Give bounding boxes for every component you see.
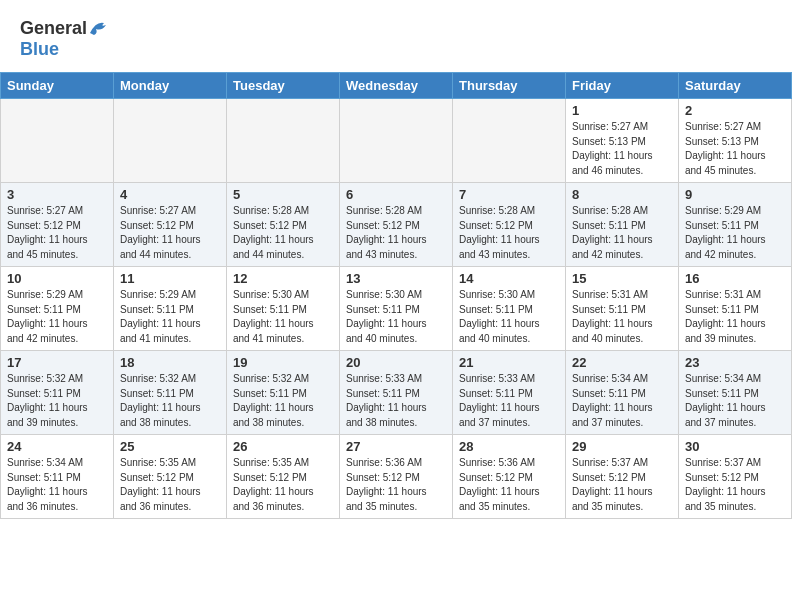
- calendar-cell: 14Sunrise: 5:30 AM Sunset: 5:11 PM Dayli…: [453, 267, 566, 351]
- calendar-cell: 30Sunrise: 5:37 AM Sunset: 5:12 PM Dayli…: [679, 435, 792, 519]
- day-info: Sunrise: 5:30 AM Sunset: 5:11 PM Dayligh…: [346, 288, 446, 346]
- calendar-table: SundayMondayTuesdayWednesdayThursdayFrid…: [0, 72, 792, 519]
- calendar-cell: 28Sunrise: 5:36 AM Sunset: 5:12 PM Dayli…: [453, 435, 566, 519]
- day-info: Sunrise: 5:31 AM Sunset: 5:11 PM Dayligh…: [572, 288, 672, 346]
- calendar-cell: [1, 99, 114, 183]
- calendar-cell: 16Sunrise: 5:31 AM Sunset: 5:11 PM Dayli…: [679, 267, 792, 351]
- day-info: Sunrise: 5:33 AM Sunset: 5:11 PM Dayligh…: [459, 372, 559, 430]
- day-info: Sunrise: 5:29 AM Sunset: 5:11 PM Dayligh…: [685, 204, 785, 262]
- calendar-cell: [227, 99, 340, 183]
- calendar-cell: [340, 99, 453, 183]
- calendar-cell: 17Sunrise: 5:32 AM Sunset: 5:11 PM Dayli…: [1, 351, 114, 435]
- day-info: Sunrise: 5:34 AM Sunset: 5:11 PM Dayligh…: [685, 372, 785, 430]
- calendar-week-row: 3Sunrise: 5:27 AM Sunset: 5:12 PM Daylig…: [1, 183, 792, 267]
- day-info: Sunrise: 5:28 AM Sunset: 5:11 PM Dayligh…: [572, 204, 672, 262]
- day-info: Sunrise: 5:34 AM Sunset: 5:11 PM Dayligh…: [7, 456, 107, 514]
- calendar-cell: 10Sunrise: 5:29 AM Sunset: 5:11 PM Dayli…: [1, 267, 114, 351]
- day-number: 4: [120, 187, 220, 202]
- day-number: 28: [459, 439, 559, 454]
- day-number: 10: [7, 271, 107, 286]
- day-number: 30: [685, 439, 785, 454]
- calendar-cell: 20Sunrise: 5:33 AM Sunset: 5:11 PM Dayli…: [340, 351, 453, 435]
- col-header-monday: Monday: [114, 73, 227, 99]
- calendar-cell: 9Sunrise: 5:29 AM Sunset: 5:11 PM Daylig…: [679, 183, 792, 267]
- col-header-sunday: Sunday: [1, 73, 114, 99]
- calendar-cell: 12Sunrise: 5:30 AM Sunset: 5:11 PM Dayli…: [227, 267, 340, 351]
- day-number: 21: [459, 355, 559, 370]
- calendar-cell: 25Sunrise: 5:35 AM Sunset: 5:12 PM Dayli…: [114, 435, 227, 519]
- calendar-cell: 13Sunrise: 5:30 AM Sunset: 5:11 PM Dayli…: [340, 267, 453, 351]
- day-info: Sunrise: 5:28 AM Sunset: 5:12 PM Dayligh…: [346, 204, 446, 262]
- day-number: 19: [233, 355, 333, 370]
- calendar-cell: [114, 99, 227, 183]
- day-info: Sunrise: 5:33 AM Sunset: 5:11 PM Dayligh…: [346, 372, 446, 430]
- day-info: Sunrise: 5:29 AM Sunset: 5:11 PM Dayligh…: [120, 288, 220, 346]
- day-number: 6: [346, 187, 446, 202]
- col-header-saturday: Saturday: [679, 73, 792, 99]
- day-number: 25: [120, 439, 220, 454]
- calendar-cell: 26Sunrise: 5:35 AM Sunset: 5:12 PM Dayli…: [227, 435, 340, 519]
- logo-blue-text: Blue: [20, 39, 59, 59]
- col-header-wednesday: Wednesday: [340, 73, 453, 99]
- day-number: 23: [685, 355, 785, 370]
- calendar-cell: [453, 99, 566, 183]
- col-header-friday: Friday: [566, 73, 679, 99]
- day-info: Sunrise: 5:36 AM Sunset: 5:12 PM Dayligh…: [459, 456, 559, 514]
- day-info: Sunrise: 5:30 AM Sunset: 5:11 PM Dayligh…: [233, 288, 333, 346]
- calendar-cell: 21Sunrise: 5:33 AM Sunset: 5:11 PM Dayli…: [453, 351, 566, 435]
- day-number: 29: [572, 439, 672, 454]
- day-number: 12: [233, 271, 333, 286]
- day-number: 3: [7, 187, 107, 202]
- day-number: 18: [120, 355, 220, 370]
- calendar-cell: 29Sunrise: 5:37 AM Sunset: 5:12 PM Dayli…: [566, 435, 679, 519]
- day-number: 24: [7, 439, 107, 454]
- calendar-week-row: 1Sunrise: 5:27 AM Sunset: 5:13 PM Daylig…: [1, 99, 792, 183]
- day-number: 20: [346, 355, 446, 370]
- day-number: 8: [572, 187, 672, 202]
- calendar-cell: 15Sunrise: 5:31 AM Sunset: 5:11 PM Dayli…: [566, 267, 679, 351]
- calendar-week-row: 24Sunrise: 5:34 AM Sunset: 5:11 PM Dayli…: [1, 435, 792, 519]
- day-info: Sunrise: 5:37 AM Sunset: 5:12 PM Dayligh…: [572, 456, 672, 514]
- day-info: Sunrise: 5:37 AM Sunset: 5:12 PM Dayligh…: [685, 456, 785, 514]
- calendar-cell: 1Sunrise: 5:27 AM Sunset: 5:13 PM Daylig…: [566, 99, 679, 183]
- day-number: 16: [685, 271, 785, 286]
- day-info: Sunrise: 5:31 AM Sunset: 5:11 PM Dayligh…: [685, 288, 785, 346]
- page-header: General Blue: [0, 0, 792, 68]
- day-info: Sunrise: 5:27 AM Sunset: 5:13 PM Dayligh…: [572, 120, 672, 178]
- calendar-header-row: SundayMondayTuesdayWednesdayThursdayFrid…: [1, 73, 792, 99]
- day-number: 9: [685, 187, 785, 202]
- calendar-cell: 24Sunrise: 5:34 AM Sunset: 5:11 PM Dayli…: [1, 435, 114, 519]
- calendar-cell: 2Sunrise: 5:27 AM Sunset: 5:13 PM Daylig…: [679, 99, 792, 183]
- day-info: Sunrise: 5:27 AM Sunset: 5:12 PM Dayligh…: [120, 204, 220, 262]
- calendar-cell: 6Sunrise: 5:28 AM Sunset: 5:12 PM Daylig…: [340, 183, 453, 267]
- day-info: Sunrise: 5:28 AM Sunset: 5:12 PM Dayligh…: [459, 204, 559, 262]
- day-info: Sunrise: 5:35 AM Sunset: 5:12 PM Dayligh…: [233, 456, 333, 514]
- day-info: Sunrise: 5:34 AM Sunset: 5:11 PM Dayligh…: [572, 372, 672, 430]
- day-number: 1: [572, 103, 672, 118]
- logo-general-text: General: [20, 18, 87, 39]
- day-info: Sunrise: 5:36 AM Sunset: 5:12 PM Dayligh…: [346, 456, 446, 514]
- day-number: 22: [572, 355, 672, 370]
- day-info: Sunrise: 5:29 AM Sunset: 5:11 PM Dayligh…: [7, 288, 107, 346]
- col-header-thursday: Thursday: [453, 73, 566, 99]
- calendar-cell: 19Sunrise: 5:32 AM Sunset: 5:11 PM Dayli…: [227, 351, 340, 435]
- calendar-cell: 27Sunrise: 5:36 AM Sunset: 5:12 PM Dayli…: [340, 435, 453, 519]
- day-number: 13: [346, 271, 446, 286]
- day-info: Sunrise: 5:27 AM Sunset: 5:12 PM Dayligh…: [7, 204, 107, 262]
- day-number: 15: [572, 271, 672, 286]
- calendar-cell: 11Sunrise: 5:29 AM Sunset: 5:11 PM Dayli…: [114, 267, 227, 351]
- calendar-cell: 4Sunrise: 5:27 AM Sunset: 5:12 PM Daylig…: [114, 183, 227, 267]
- day-info: Sunrise: 5:32 AM Sunset: 5:11 PM Dayligh…: [120, 372, 220, 430]
- calendar-cell: 3Sunrise: 5:27 AM Sunset: 5:12 PM Daylig…: [1, 183, 114, 267]
- logo-bird-icon: [88, 19, 110, 37]
- day-info: Sunrise: 5:32 AM Sunset: 5:11 PM Dayligh…: [233, 372, 333, 430]
- calendar-week-row: 17Sunrise: 5:32 AM Sunset: 5:11 PM Dayli…: [1, 351, 792, 435]
- day-number: 5: [233, 187, 333, 202]
- day-number: 17: [7, 355, 107, 370]
- calendar-week-row: 10Sunrise: 5:29 AM Sunset: 5:11 PM Dayli…: [1, 267, 792, 351]
- day-number: 11: [120, 271, 220, 286]
- calendar-cell: 18Sunrise: 5:32 AM Sunset: 5:11 PM Dayli…: [114, 351, 227, 435]
- day-info: Sunrise: 5:32 AM Sunset: 5:11 PM Dayligh…: [7, 372, 107, 430]
- col-header-tuesday: Tuesday: [227, 73, 340, 99]
- day-info: Sunrise: 5:28 AM Sunset: 5:12 PM Dayligh…: [233, 204, 333, 262]
